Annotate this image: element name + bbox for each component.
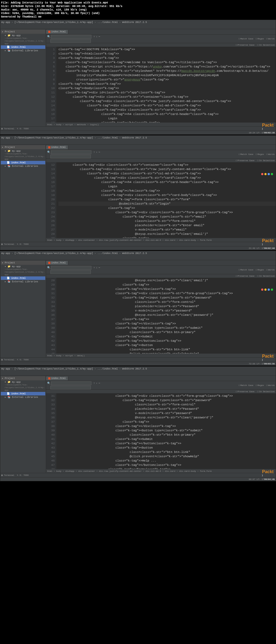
todo-tab[interactable]: ✎ 6: TODO <box>17 358 29 361</box>
in-selection-checkbox[interactable]: In Selection <box>257 390 275 393</box>
find-replace-bar[interactable]: 🔍↑ ↓ ⋯ Match Case Regex Words <box>46 266 276 274</box>
status-bar: 21:48 LF÷ UTF-8÷ ⬚ ⊕ <box>0 246 276 250</box>
editor-breadcrumb[interactable]: html › body › div#app › div.container › … <box>46 469 276 473</box>
match-case-checkbox[interactable]: Match Case <box>239 153 253 156</box>
code-editor[interactable]: 1213141516171819202122232425262728293031… <box>46 162 276 238</box>
find-input[interactable] <box>51 381 91 385</box>
tree-file-index[interactable]: 📄 index.html <box>1 276 45 280</box>
project-tool-header[interactable]: ▸ Project <box>1 145 45 149</box>
editor-breadcrumb[interactable]: html › body › div#app › div.container › … <box>46 238 276 242</box>
terminal-tab[interactable]: ▣ Terminal <box>1 243 14 245</box>
find-replace-bar[interactable]: 🔍↑ ↓ ⋯ Match Case Regex Words <box>46 35 276 43</box>
main-menu[interactable] <box>0 140 276 145</box>
find-input[interactable] <box>51 150 91 154</box>
code-content[interactable]: class="k-tag"><div class=class="k-str">"… <box>56 393 276 469</box>
find-input[interactable] <box>51 266 91 270</box>
todo-tab[interactable]: ✎ 6: TODO <box>17 474 29 476</box>
terminal-tab[interactable]: ▣ Terminal <box>1 358 14 361</box>
replace-input[interactable] <box>50 39 91 43</box>
regex-checkbox[interactable]: Regex <box>256 268 264 271</box>
tree-external-libs[interactable]: ▸ 📚 External Libraries <box>1 164 45 168</box>
preserve-case-checkbox[interactable]: Preserve Case <box>236 43 254 46</box>
code-content[interactable]: @keyup.esc=class="k-str">"clear('email')… <box>56 278 276 354</box>
tree-external-libs[interactable]: ▸ 📚 External Libraries <box>1 280 45 283</box>
code-editor[interactable]: 3132333435363738394041424344454647484950… <box>46 393 276 469</box>
tool-window-tabs[interactable]: ▣ Terminal ✎ 6: TODO <box>0 242 276 246</box>
words-checkbox[interactable]: Words <box>266 268 275 271</box>
in-selection-checkbox[interactable]: In Selection <box>257 43 275 46</box>
match-case-checkbox[interactable]: Match Case <box>239 37 253 40</box>
todo-tab[interactable]: ✎ 6: TODO <box>17 243 29 245</box>
search-opts-row2: Preserve Case In Selection <box>46 159 276 162</box>
code-editor[interactable]: 2829303132333435363738394041424344454647… <box>46 278 276 354</box>
project-sidebar[interactable]: ▸ Project ▾ 📁 my-app ~/Development/Vue-r… <box>0 260 46 357</box>
code-content[interactable]: class="k-tag"><!DOCTYPE htmlclass="k-tag… <box>56 47 276 123</box>
search-opts-row2: Preserve Case In Selection <box>46 43 276 47</box>
project-tool-header[interactable]: ▸ Project <box>1 30 45 34</box>
replace-input[interactable] <box>50 270 91 274</box>
main-menu[interactable] <box>0 256 276 260</box>
ide-pane-1: my-app - [~/Development/Vue-recipes/sect… <box>0 135 276 250</box>
terminal-tab[interactable]: ▣ Terminal <box>1 127 14 130</box>
tree-root[interactable]: ▾ 📁 my-app ~/Development/Vue-recipes/sec… <box>1 34 45 45</box>
tab-index-html[interactable]: index.html <box>46 30 68 34</box>
words-checkbox[interactable]: Words <box>266 37 275 40</box>
search-icon: 🔍 <box>47 382 50 385</box>
preserve-case-checkbox[interactable]: Preserve Case <box>236 159 254 162</box>
tab-index-html[interactable]: index.html <box>46 261 68 265</box>
match-case-checkbox[interactable]: Match Case <box>239 268 253 271</box>
replace-input[interactable] <box>50 386 91 389</box>
editor-area: index.html 🔍↑ ↓ ⋯ Match Case Regex Words <box>46 376 276 473</box>
editor-tabs[interactable]: index.html <box>46 260 276 266</box>
project-tool-header[interactable]: ▸ Project <box>1 376 45 380</box>
terminal-tab[interactable]: ▣ Terminal <box>1 474 14 476</box>
tree-root[interactable]: ▾ 📁 my-app ~/Development/Vue-recipes/sec… <box>1 149 45 161</box>
todo-tab[interactable]: ✎ 6: TODO <box>17 127 29 130</box>
project-sidebar[interactable]: ▸ Project ▾ 📁 my-app ~/Development/Vue-r… <box>0 29 46 126</box>
tree-file-index[interactable]: 📄 index.html <box>1 392 45 395</box>
in-selection-checkbox[interactable]: In Selection <box>257 274 275 277</box>
editor-tabs[interactable]: index.html <box>46 145 276 150</box>
editor-breadcrumb[interactable]: html › body › script › methods › login() <box>46 123 276 126</box>
tool-window-tabs[interactable]: ▣ Terminal ✎ 6: TODO <box>0 126 276 131</box>
find-replace-bar[interactable]: 🔍↑ ↓ ⋯ Match Case Regex Words <box>46 381 276 390</box>
regex-checkbox[interactable]: Regex <box>256 37 264 40</box>
tree-root[interactable]: ▾ 📁 my-app ~/Development/Vue-recipes/sec… <box>1 380 45 392</box>
project-tool-header[interactable]: ▸ Project <box>1 261 45 265</box>
code-editor[interactable]: 1234567891011121314151617181920 class="k… <box>46 47 276 123</box>
window-titlebar: my-app - [~/Development/Vue-recipes/sect… <box>0 367 276 371</box>
regex-checkbox[interactable]: Regex <box>256 384 264 387</box>
tree-file-index[interactable]: 📄 index.html <box>1 45 45 49</box>
tab-index-html[interactable]: index.html <box>46 377 68 380</box>
tool-window-tabs[interactable]: ▣ Terminal ✎ 6: TODO <box>0 473 276 477</box>
preserve-case-checkbox[interactable]: Preserve Case <box>236 274 254 277</box>
status-bar: 72:88 LF÷ UTF-8÷ ⬚ ⊕ <box>0 362 276 365</box>
editor-breadcrumb[interactable]: html › body › script › data() <box>46 354 276 357</box>
tool-window-tabs[interactable]: ▣ Terminal ✎ 6: TODO <box>0 357 276 362</box>
find-replace-bar[interactable]: 🔍↑ ↓ ⋯ Match Case Regex Words <box>46 150 276 159</box>
tree-external-libs[interactable]: ▸ 📚 External Libraries <box>1 49 45 52</box>
replace-input[interactable] <box>50 155 91 158</box>
main-menu[interactable] <box>0 371 276 376</box>
packt-watermark: Packt⟩ <box>262 354 274 361</box>
tree-file-index[interactable]: 📄 index.html <box>1 161 45 164</box>
project-sidebar[interactable]: ▸ Project ▾ 📁 my-app ~/Development/Vue-r… <box>0 376 46 473</box>
match-case-checkbox[interactable]: Match Case <box>239 384 253 387</box>
main-menu[interactable] <box>0 25 276 29</box>
tree-external-libs[interactable]: ▸ 📚 External Libraries <box>1 395 45 399</box>
find-input[interactable] <box>51 35 91 39</box>
editor-tabs[interactable]: index.html <box>46 29 276 35</box>
regex-checkbox[interactable]: Regex <box>256 153 264 156</box>
tab-index-html[interactable]: index.html <box>46 145 68 149</box>
editor-tabs[interactable]: index.html <box>46 376 276 381</box>
search-icon: 🔍 <box>47 35 50 38</box>
code-content[interactable]: class="k-tag"><div class=class="k-str">"… <box>56 162 276 238</box>
in-selection-checkbox[interactable]: In Selection <box>257 159 275 162</box>
words-checkbox[interactable]: Words <box>266 153 275 156</box>
packt-watermark: Packt⟩ <box>262 123 274 130</box>
status-bar: 88:87 LF÷ UTF-8÷ ⬚ ⊕ <box>0 477 276 481</box>
preserve-case-checkbox[interactable]: Preserve Case <box>236 390 254 393</box>
project-sidebar[interactable]: ▸ Project ▾ 📁 my-app ~/Development/Vue-r… <box>0 145 46 242</box>
tree-root[interactable]: ▾ 📁 my-app ~/Development/Vue-recipes/sec… <box>1 265 45 276</box>
words-checkbox[interactable]: Words <box>266 384 275 387</box>
